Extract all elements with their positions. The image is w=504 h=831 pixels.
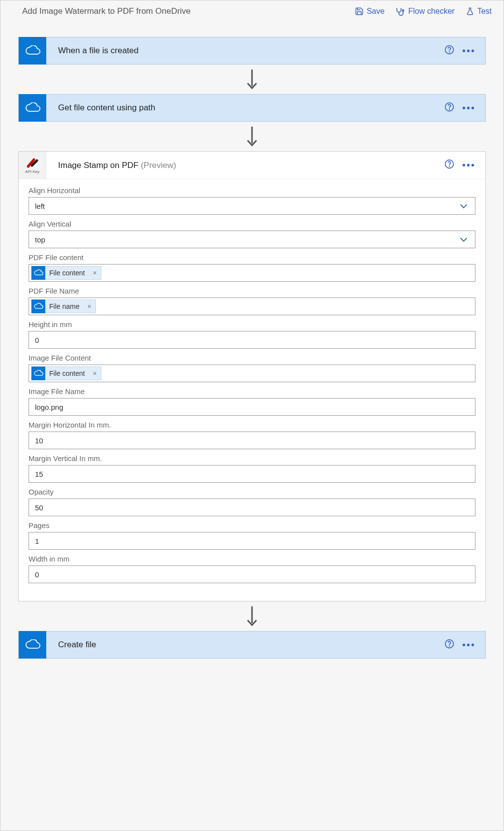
image-file-name-input[interactable]: logo.png: [29, 398, 475, 416]
image-file-name-label: Image File Name: [29, 387, 127, 396]
flow-checker-label: Flow checker: [408, 7, 454, 16]
save-label: Save: [367, 7, 384, 16]
save-icon: [355, 7, 364, 16]
token-label: File content: [49, 369, 89, 377]
height-mm-input[interactable]: 0: [29, 331, 475, 349]
flow-designer: Add Image Watermark to PDF from OneDrive…: [0, 0, 504, 831]
pdf-file-name-input[interactable]: File name ×: [29, 298, 475, 315]
select-value: left: [35, 202, 45, 210]
pages-input[interactable]: 1: [29, 532, 475, 550]
step-title: Get file content using path: [46, 103, 444, 113]
align-horizontal-select[interactable]: left: [29, 197, 475, 215]
input-value: 1: [35, 537, 39, 545]
step-create-file[interactable]: Create file •••: [18, 631, 486, 659]
api-key-label: API Key: [25, 169, 39, 174]
step-title: When a file is created: [46, 46, 444, 56]
test-label: Test: [477, 7, 492, 16]
margin-horizontal-input[interactable]: 10: [29, 432, 475, 449]
margin-horizontal-label: Margin Horizontal In mm.: [29, 421, 127, 430]
help-icon[interactable]: [444, 159, 454, 171]
input-value: 0: [35, 570, 39, 579]
svg-point-11: [449, 645, 450, 646]
step-get-file-content[interactable]: Get file content using path •••: [18, 94, 486, 122]
pdf-file-name-label: PDF File Name: [29, 287, 127, 296]
arrow-down-icon: [18, 601, 486, 631]
menu-dots-icon[interactable]: •••: [462, 45, 475, 57]
menu-dots-icon[interactable]: •••: [462, 639, 475, 651]
input-value: 10: [35, 436, 43, 445]
width-mm-input[interactable]: 0: [29, 565, 475, 583]
align-vertical-label: Align Vertical: [29, 220, 127, 229]
remove-token-icon[interactable]: ×: [89, 369, 100, 377]
step-image-stamp-on-pdf: API Key Image Stamp on PDF (Preview) •••…: [18, 151, 486, 601]
svg-point-5: [449, 108, 450, 109]
step-when-file-created[interactable]: When a file is created •••: [18, 37, 486, 65]
help-icon[interactable]: [444, 45, 454, 57]
step-body: Align Horizontal left Align Vertical top…: [19, 179, 485, 601]
select-value: top: [35, 235, 45, 244]
onedrive-icon: [32, 299, 45, 313]
input-value: logo.png: [35, 403, 63, 411]
pdf-file-content-label: PDF File content: [29, 253, 127, 262]
stethoscope-icon: [395, 6, 405, 16]
save-button[interactable]: Save: [355, 7, 384, 16]
arrow-down-icon: [18, 65, 486, 94]
onedrive-icon: [19, 37, 46, 65]
arrow-down-icon: [18, 122, 486, 151]
preview-suffix: (Preview): [141, 161, 176, 170]
help-icon[interactable]: [444, 639, 454, 651]
svg-point-2: [449, 51, 450, 52]
opacity-label: Opacity: [29, 488, 127, 497]
token-label: File name: [49, 302, 83, 310]
flow-title[interactable]: Add Image Watermark to PDF from OneDrive: [22, 6, 344, 16]
svg-point-0: [403, 10, 404, 11]
margin-vertical-input[interactable]: 15: [29, 465, 475, 483]
height-mm-label: Height in mm: [29, 320, 127, 329]
opacity-input[interactable]: 50: [29, 499, 475, 516]
align-horizontal-label: Align Horizontal: [29, 186, 127, 195]
step-header[interactable]: API Key Image Stamp on PDF (Preview) •••: [19, 152, 485, 179]
input-value: 0: [35, 336, 39, 344]
api-key-icon: API Key: [19, 152, 46, 179]
file-name-token[interactable]: File name ×: [31, 299, 96, 313]
flow-checker-button[interactable]: Flow checker: [395, 6, 454, 16]
image-file-content-input[interactable]: File content ×: [29, 365, 475, 382]
width-mm-label: Width in mm: [29, 555, 127, 564]
step-title-text: Image Stamp on PDF: [58, 161, 138, 170]
margin-vertical-label: Margin Vertical In mm.: [29, 454, 127, 463]
menu-dots-icon[interactable]: •••: [462, 102, 475, 114]
header-bar: Add Image Watermark to PDF from OneDrive…: [0, 0, 504, 22]
svg-point-8: [449, 166, 450, 166]
step-title: Image Stamp on PDF (Preview): [46, 161, 444, 170]
onedrive-icon: [32, 366, 45, 380]
onedrive-icon: [19, 94, 46, 122]
chevron-down-icon: [458, 234, 469, 245]
flow-canvas: When a file is created ••• Get file cont…: [0, 22, 504, 659]
menu-dots-icon[interactable]: •••: [462, 160, 475, 171]
flask-icon: [466, 7, 474, 16]
remove-token-icon[interactable]: ×: [83, 302, 95, 310]
onedrive-icon: [19, 631, 46, 659]
test-button[interactable]: Test: [466, 7, 492, 16]
input-value: 15: [35, 470, 43, 478]
align-vertical-select[interactable]: top: [29, 231, 475, 248]
onedrive-icon: [32, 266, 45, 280]
file-content-token[interactable]: File content ×: [31, 366, 101, 380]
pages-label: Pages: [29, 521, 127, 530]
image-file-content-label: Image File Content: [29, 354, 127, 363]
remove-token-icon[interactable]: ×: [89, 269, 100, 277]
pdf-file-content-input[interactable]: File content ×: [29, 264, 475, 282]
chevron-down-icon: [458, 200, 469, 211]
help-icon[interactable]: [444, 102, 454, 114]
input-value: 50: [35, 503, 43, 512]
step-title: Create file: [46, 640, 444, 650]
file-content-token[interactable]: File content ×: [31, 266, 101, 280]
token-label: File content: [49, 269, 89, 277]
